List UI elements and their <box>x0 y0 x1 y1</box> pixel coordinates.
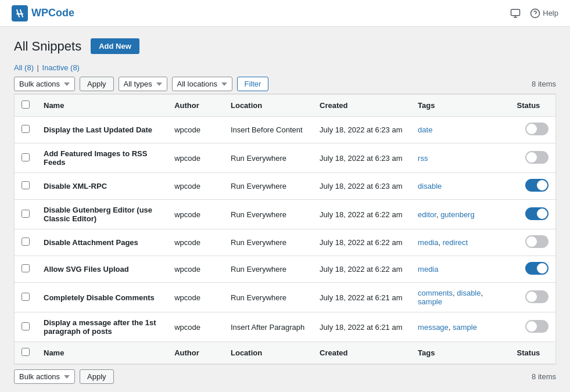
tag-link-redirect[interactable]: redirect <box>443 238 468 247</box>
logo-icon <box>12 5 28 21</box>
row-status <box>510 229 555 256</box>
row-name: Display a message after the 1st paragrap… <box>37 312 167 342</box>
row-author: wpcode <box>167 143 224 173</box>
filter-tab-inactive[interactable]: Inactive (8) <box>42 63 80 72</box>
row-tags: comments, disable, sample <box>411 283 510 312</box>
toggle-switch-4[interactable] <box>525 235 549 248</box>
tag-link-gutenberg[interactable]: gutenberg <box>440 210 475 219</box>
snippet-name-text: Add Featured Images to RSS Feeds <box>44 149 147 167</box>
snippets-table-wrapper: Name Author Location Created Tags Status… <box>14 93 556 365</box>
row-status <box>510 117 555 143</box>
tag-link-rss[interactable]: rss <box>418 154 428 163</box>
row-checkbox-3[interactable] <box>21 210 30 218</box>
row-location: Insert After Paragraph <box>224 312 313 342</box>
logo-text: WPCode <box>31 7 74 19</box>
footer-checkbox-cell <box>15 342 37 364</box>
tag-link-sample[interactable]: sample <box>418 297 442 306</box>
row-tags: editor, gutenberg <box>411 200 510 229</box>
topbar-right: Help <box>510 8 558 19</box>
row-location: Run Everywhere <box>224 143 313 173</box>
select-all-footer-checkbox[interactable] <box>21 348 30 356</box>
footer-name: Name <box>37 342 167 364</box>
add-new-button[interactable]: Add New <box>91 38 139 54</box>
tag-link-sample[interactable]: sample <box>453 323 477 332</box>
table-row: Completely Disable CommentswpcodeRun Eve… <box>15 283 555 312</box>
row-name: Add Featured Images to RSS Feeds <box>37 143 167 173</box>
tag-link-media[interactable]: media <box>418 265 438 274</box>
row-checkbox-7[interactable] <box>21 322 30 330</box>
all-locations-select[interactable]: All locations <box>172 77 232 91</box>
bulk-actions-select[interactable]: Bulk actions <box>14 77 75 91</box>
row-status <box>510 256 555 283</box>
row-created: July 18, 2022 at 6:23 am <box>313 117 411 143</box>
table-row: Disable Gutenberg Editor (use Classic Ed… <box>15 200 555 229</box>
row-tags: disable <box>411 173 510 200</box>
toolbar-left: Bulk actions Apply All types All locatio… <box>14 77 268 91</box>
toggle-switch-1[interactable] <box>525 151 549 164</box>
page-content: All Snippets Add New All (8) | Inactive … <box>0 27 570 392</box>
row-tags: message, sample <box>411 312 510 342</box>
tag-link-message[interactable]: message <box>418 323 449 332</box>
tag-link-media[interactable]: media <box>418 238 438 247</box>
toggle-switch-7[interactable] <box>525 320 549 333</box>
footer-tags: Tags <box>411 342 510 364</box>
toggle-switch-0[interactable] <box>525 123 549 135</box>
filter-tab-all[interactable]: All (8) <box>14 63 36 72</box>
tag-link-date[interactable]: date <box>418 125 432 134</box>
tag-link-editor[interactable]: editor <box>418 210 436 219</box>
select-all-checkbox[interactable] <box>21 100 30 109</box>
filter-button[interactable]: Filter <box>237 77 269 91</box>
row-name: Disable Gutenberg Editor (use Classic Ed… <box>37 200 167 229</box>
row-status <box>510 283 555 312</box>
row-checkbox-2[interactable] <box>21 181 30 189</box>
row-checkbox-cell <box>15 283 37 312</box>
header-tags: Tags <box>411 95 510 117</box>
row-checkbox-1[interactable] <box>21 153 30 161</box>
toggle-switch-2[interactable] <box>525 179 549 192</box>
row-status <box>510 143 555 173</box>
row-checkbox-4[interactable] <box>21 238 30 246</box>
table-header-row: Name Author Location Created Tags Status <box>15 95 555 117</box>
row-author: wpcode <box>167 117 224 143</box>
footer-created: Created <box>313 342 411 364</box>
snippet-name-text: Disable XML-RPC <box>44 182 107 190</box>
row-checkbox-0[interactable] <box>21 125 30 133</box>
row-checkbox-cell <box>15 173 37 200</box>
tag-link-disable[interactable]: disable <box>418 182 442 190</box>
tag-link-disable[interactable]: disable <box>457 289 481 297</box>
row-tags: media <box>411 256 510 283</box>
tag-link-comments[interactable]: comments <box>418 289 453 297</box>
row-checkbox-cell <box>15 229 37 256</box>
footer-location: Location <box>224 342 313 364</box>
row-location: Insert Before Content <box>224 117 313 143</box>
header-checkbox-cell <box>15 95 37 117</box>
row-location: Run Everywhere <box>224 256 313 283</box>
row-author: wpcode <box>167 229 224 256</box>
row-checkbox-6[interactable] <box>21 293 30 301</box>
toolbar-items-count-bottom: 8 items <box>532 372 556 381</box>
snippets-table: Name Author Location Created Tags Status… <box>15 94 555 364</box>
row-status <box>510 173 555 200</box>
row-created: July 18, 2022 at 6:21 am <box>313 283 411 312</box>
snippet-name-text: Display a message after the 1st paragrap… <box>44 318 156 336</box>
filter-tabs: All (8) | Inactive (8) <box>14 63 556 72</box>
help-button[interactable]: Help <box>530 8 558 19</box>
toggle-switch-6[interactable] <box>525 290 549 303</box>
row-created: July 18, 2022 at 6:22 am <box>313 229 411 256</box>
monitor-button[interactable] <box>510 8 521 19</box>
table-footer-row: Name Author Location Created Tags Status <box>15 342 555 364</box>
apply-button-bottom[interactable]: Apply <box>80 369 114 384</box>
row-tags: date <box>411 117 510 143</box>
toggle-switch-3[interactable] <box>525 207 549 220</box>
all-types-select[interactable]: All types <box>119 77 167 91</box>
toggle-switch-5[interactable] <box>525 262 549 275</box>
row-created: July 18, 2022 at 6:23 am <box>313 173 411 200</box>
header-author: Author <box>167 95 224 117</box>
header-status: Status <box>510 95 555 117</box>
row-checkbox-cell <box>15 200 37 229</box>
bulk-actions-select-bottom[interactable]: Bulk actions <box>14 369 75 384</box>
row-checkbox-5[interactable] <box>21 264 30 272</box>
toolbar-top: Bulk actions Apply All types All locatio… <box>14 77 556 91</box>
apply-button-top[interactable]: Apply <box>80 77 114 91</box>
row-author: wpcode <box>167 256 224 283</box>
